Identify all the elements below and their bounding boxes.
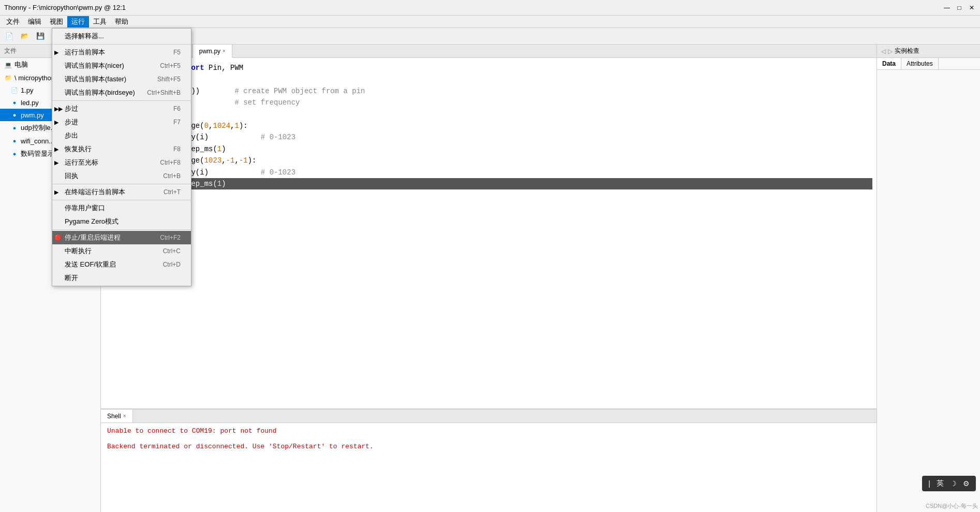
nav-forward-icon[interactable]: ▷ (888, 48, 893, 55)
ime-toolbar: | 英 ☽ ⚙ (922, 476, 976, 491)
resume-icon: ▶ (54, 146, 58, 153)
right-panel-header: ◁ ▷ 实例检查 (877, 45, 980, 58)
menu-edit[interactable]: 编辑 (24, 16, 46, 27)
separator-4 (52, 200, 191, 200)
minimize-button[interactable]: — (943, 4, 951, 12)
sidebar-label-ledpy: led.py (21, 99, 39, 107)
sidebar-label-wifi: wifi_conn... (21, 137, 54, 145)
menu-entry-run-at-terminal[interactable]: ▶ 在终端运行当前脚本 Ctrl+T (52, 185, 191, 199)
menu-entry-debug-faster[interactable]: 调试当前脚本(faster) Shift+F5 (52, 72, 191, 86)
menu-entry-step-over[interactable]: ▶▶ 步过 F6 (52, 102, 191, 115)
menu-entry-send-eof[interactable]: 发送 EOF/软重启 Ctrl+D (52, 258, 191, 271)
shell-tabs: Shell × (101, 409, 877, 423)
debug-faster-shortcut: Shift+F5 (157, 76, 181, 83)
terminal-icon: ▶ (54, 189, 58, 196)
right-panel-tab-attributes[interactable]: Attributes (901, 58, 939, 69)
debug-birdseye-label: 调试当前脚本(birdseye) (65, 88, 137, 97)
menu-help[interactable]: 帮助 (111, 16, 132, 27)
tab-pwm[interactable]: pwm.py × (193, 45, 232, 58)
rollback-label: 回执 (65, 171, 153, 181)
menu-view[interactable]: 视图 (46, 16, 67, 27)
sidebar-label-micropython: \ micropython (14, 74, 55, 82)
separator-2 (52, 100, 191, 101)
maximize-button[interactable]: □ (955, 4, 963, 12)
menu-entry-run-current[interactable]: ▶ 运行当前脚本 F5 (52, 46, 191, 59)
right-panel-tab-data[interactable]: Data (877, 58, 901, 69)
menu-tools[interactable]: 工具 (89, 16, 111, 27)
shell-tab-close[interactable]: × (123, 413, 126, 419)
shell-tab[interactable]: Shell × (101, 409, 133, 422)
resume-label: 恢复执行 (65, 144, 163, 154)
menu-entry-rollback[interactable]: 回执 Ctrl+B (52, 169, 191, 183)
nav-back-icon[interactable]: ◁ (881, 48, 886, 55)
pygame-zero-label: Pygame Zero模式 (65, 217, 181, 226)
menu-entry-stop-restart[interactable]: 🔴 停止/重启后端进程 Ctrl+F2 (52, 231, 191, 244)
menu-entry-step-into[interactable]: ▶ 步进 F7 (52, 115, 191, 129)
code-line-4: pwm0 = PWM(Pin(2)) # create PWM object f… (122, 85, 872, 97)
step-into-icon: ▶ (54, 119, 58, 126)
toolbar-save[interactable]: 💾 (33, 29, 48, 43)
right-panel-title: 实例检查 (895, 47, 919, 55)
run-current-label: 运行当前脚本 (65, 48, 163, 57)
run-icon: ▶ (54, 49, 58, 56)
shell-tab-label: Shell (107, 413, 121, 420)
ime-moon-btn[interactable]: ☽ (948, 478, 959, 489)
run-cursor-shortcut: Ctrl+F8 (160, 159, 181, 166)
shell-message-2: Backend terminated or disconnected. Use … (107, 443, 870, 450)
file-icon-pwm: ● (10, 111, 19, 119)
tab-pwm-close[interactable]: × (222, 48, 226, 54)
step-into-label: 步进 (65, 118, 163, 127)
computer-icon: 💻 (4, 61, 12, 69)
tab-pwm-label: pwm.py (199, 48, 220, 55)
sidebar-label-pwmpy: pwm.py (21, 111, 44, 119)
menu-entry-select-interpreter[interactable]: 选择解释器... (52, 30, 191, 43)
ime-settings-btn[interactable]: ⚙ (961, 478, 972, 489)
menu-entry-interrupt[interactable]: 中断执行 Ctrl+C (52, 244, 191, 258)
terminal-shortcut: Ctrl+T (164, 188, 181, 196)
menu-run[interactable]: 运行 (67, 16, 89, 27)
rollback-shortcut: Ctrl+B (163, 172, 181, 180)
debug-faster-label: 调试当前脚本(faster) (65, 75, 147, 84)
code-line-1: from machine import Pin, PWM (122, 62, 872, 74)
sidebar-label-dianrou: 电脑 (14, 60, 28, 69)
interrupt-label: 中断执行 (65, 246, 153, 256)
menu-entry-resume[interactable]: ▶ 恢复执行 F8 (52, 142, 191, 156)
title-text: Thonny - F:\micropython\pwm.py @ 12:1 (4, 4, 126, 11)
toolbar-open[interactable]: 📂 (18, 29, 32, 43)
menu-entry-step-out[interactable]: 步出 (52, 129, 191, 142)
stop-restart-shortcut: Ctrl+F2 (160, 234, 181, 241)
code-line-11: pwm0.duty(i) # 0-1023 (122, 167, 872, 178)
folder-icon: 📁 (4, 74, 12, 82)
right-panel: ◁ ▷ 实例检查 Data Attributes (877, 45, 980, 512)
ime-lang-btn[interactable]: 英 (934, 478, 946, 489)
menu-entry-debug-birdseye[interactable]: 调试当前脚本(birdseye) Ctrl+Shift+B (52, 86, 191, 99)
close-button[interactable]: ✕ (968, 4, 976, 12)
code-editor[interactable]: 123456789101112 from machine import Pin,… (101, 58, 877, 408)
menu-entry-pygame-zero[interactable]: Pygame Zero模式 (52, 215, 191, 228)
debug-nicer-shortcut: Ctrl+F5 (160, 62, 181, 69)
menu-file[interactable]: 文件 (2, 16, 24, 27)
title-bar: Thonny - F:\micropython\pwm.py @ 12:1 — … (0, 0, 980, 16)
code-line-12: time.sleep_ms(1) (122, 178, 872, 189)
run-current-shortcut: F5 (173, 49, 181, 56)
menu-entry-disconnect[interactable]: 断开 (52, 271, 191, 285)
right-panel-tabs: Data Attributes (877, 58, 980, 70)
menu-entry-run-to-cursor[interactable]: ▶ 运行至光标 Ctrl+F8 (52, 156, 191, 169)
resume-shortcut: F8 (173, 145, 181, 153)
menu-entry-dock-user-window[interactable]: 停靠用户窗口 (52, 201, 191, 215)
menu-entry-debug-nicer[interactable]: 调试当前脚本(nicer) Ctrl+F5 (52, 59, 191, 72)
interrupt-shortcut: Ctrl+C (163, 247, 181, 255)
send-eof-shortcut: Ctrl+D (163, 261, 181, 268)
watermark: CSDN@小心-每一头 (926, 502, 978, 510)
file-icon-udp: ● (10, 124, 19, 132)
toolbar-new[interactable]: 📄 (2, 29, 17, 43)
disconnect-label: 断开 (65, 273, 181, 283)
shell-content[interactable]: Unable to connect to COM19: port not fou… (101, 423, 877, 512)
separator-1 (52, 44, 191, 45)
run-dropdown-menu: 选择解释器... ▶ 运行当前脚本 F5 调试当前脚本(nicer) Ctrl+… (52, 28, 191, 286)
title-controls: — □ ✕ (943, 4, 976, 12)
code-line-9: time.sleep_ms(1) (122, 143, 872, 155)
terminal-label: 在终端运行当前脚本 (65, 187, 153, 197)
run-cursor-label: 运行至光标 (65, 158, 150, 167)
stop-icon: 🔴 (54, 235, 62, 241)
